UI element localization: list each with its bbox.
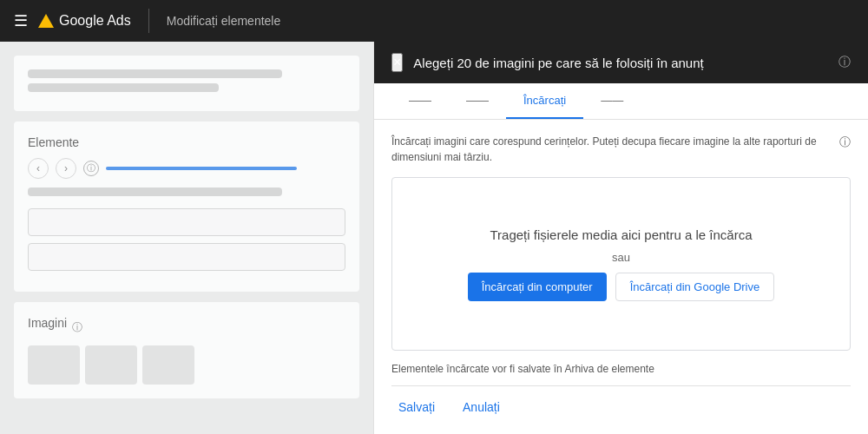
lp-placeholder-2 (28, 83, 219, 92)
lp-input-2[interactable] (28, 243, 345, 271)
dialog-tabs: —— —— Încărcați —— (374, 83, 868, 120)
tab-1[interactable]: —— (391, 83, 449, 119)
nav-logo: Google Ads (38, 13, 131, 29)
upload-drive-button[interactable]: Încărcați din Google Drive (615, 273, 775, 301)
dialog-description-text: Încărcați imagini care corespund cerințe… (391, 134, 834, 165)
drop-zone-text: Trageți fișierele media aici pentru a le… (490, 227, 752, 242)
lp-left-arrow[interactable]: ‹ (28, 158, 49, 179)
lp-right-arrow[interactable]: › (56, 158, 76, 179)
upload-computer-button[interactable]: Încărcați din computer (468, 273, 607, 301)
tab-4[interactable]: —— (583, 83, 641, 119)
lp-placeholder-1 (28, 69, 282, 78)
dialog-description: Încărcați imagini care corespund cerințe… (391, 134, 851, 165)
nav-subtitle: Modificați elementele (167, 14, 281, 28)
logo-triangle-icon (38, 14, 54, 28)
lp-images-title: Imagini (28, 316, 67, 330)
tab-upload[interactable]: Încărcați (506, 83, 583, 119)
right-panel: × Alegeți 20 de imagini pe care să le fo… (373, 42, 868, 434)
lp-card-images: Imagini ⓘ (14, 302, 359, 398)
lp-info-icon[interactable]: ⓘ (83, 161, 99, 176)
lp-blue-bar (106, 167, 297, 170)
cancel-button[interactable]: Anulați (456, 395, 507, 419)
dialog-title: Alegeți 20 de imagini pe care să le folo… (413, 56, 828, 70)
drop-zone-buttons: Încărcați din computer Încărcați din Goo… (468, 273, 774, 301)
dialog-header: × Alegeți 20 de imagini pe care să le fo… (374, 42, 868, 83)
nav-divider (148, 9, 149, 33)
nav-title: Google Ads (59, 13, 131, 29)
drop-zone[interactable]: Trageți fișierele media aici pentru a le… (391, 177, 851, 351)
lp-images-row (28, 345, 345, 385)
lp-card-top (14, 56, 359, 111)
lp-card-elements: Elemente ‹ › ⓘ (14, 122, 359, 292)
dialog-footer-actions: Salvați Anulați (391, 385, 851, 424)
lp-nav-row: ‹ › ⓘ (28, 158, 345, 179)
dialog-close-button[interactable]: × (391, 53, 403, 72)
dialog-body: Încărcați imagini care corespund cerințe… (374, 120, 868, 434)
lp-image-thumb-1 (28, 345, 80, 385)
footer-info: Elementele încărcate vor fi salvate în A… (391, 363, 851, 375)
tab-2[interactable]: —— (449, 83, 506, 119)
main-area: Elemente ‹ › ⓘ Imagini ⓘ (0, 42, 868, 434)
desc-info-icon[interactable]: ⓘ (839, 135, 851, 150)
lp-elements-title: Elemente (28, 135, 345, 149)
lp-input-1[interactable] (28, 208, 345, 236)
dialog-help-icon[interactable]: ⓘ (838, 55, 851, 70)
left-panel: Elemente ‹ › ⓘ Imagini ⓘ (0, 42, 373, 434)
top-nav: ☰ Google Ads Modificați elementele (0, 0, 868, 42)
drop-zone-or: sau (612, 251, 630, 264)
menu-icon[interactable]: ☰ (14, 11, 28, 30)
lp-image-thumb-3 (142, 345, 194, 385)
lp-image-thumb-2 (85, 345, 137, 385)
save-button[interactable]: Salvați (391, 395, 442, 419)
lp-placeholder-3 (28, 187, 282, 196)
lp-images-info-icon[interactable]: ⓘ (72, 320, 82, 335)
